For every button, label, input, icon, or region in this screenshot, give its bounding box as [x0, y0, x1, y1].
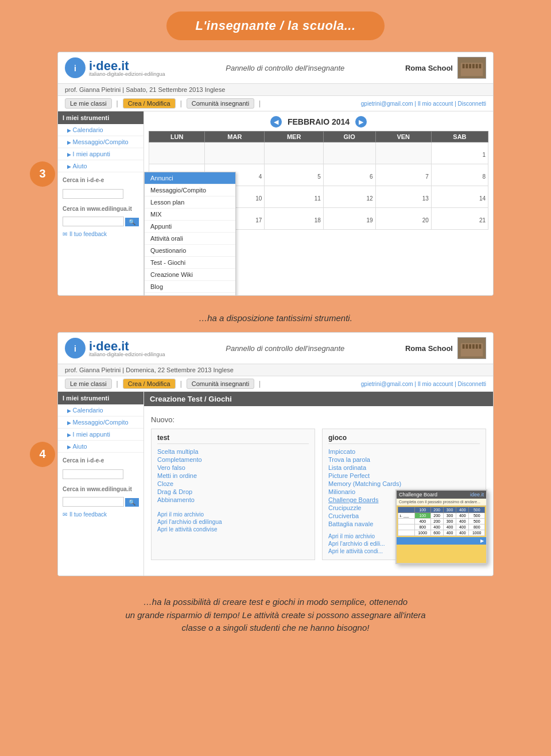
sidebar-item-calendario[interactable]: Calendario — [58, 124, 143, 136]
test-item-7[interactable]: Abbinamento — [157, 496, 309, 504]
svg-rect-17 — [469, 344, 471, 349]
screenshot4-header: i i·dee.it italiano-digitale-edizioni-ed… — [58, 333, 493, 364]
test-item-1[interactable]: Scelta multipla — [157, 448, 309, 456]
sidebar-item-aiuto[interactable]: Aiuto — [58, 160, 143, 172]
game-cell: 400 — [456, 519, 469, 524]
panel-title: Pannello di controllo dell'insegnante — [226, 64, 344, 72]
sidebar-item-appunti[interactable]: I miei appunti — [58, 148, 143, 160]
game-cell: 400 — [443, 524, 456, 530]
account-links-4[interactable]: gpietrini@gmail.com | Il mio account | D… — [361, 381, 486, 387]
search-web-input-4[interactable] — [63, 497, 124, 507]
community-btn[interactable]: Comunità insegnanti — [187, 98, 254, 109]
nav-sep-2: | — [180, 99, 182, 107]
test-item-4[interactable]: Metti in ordine — [157, 472, 309, 480]
page-header: L'insegnante / la scuola... — [11, 11, 540, 40]
svg-rect-9 — [479, 64, 481, 68]
svg-rect-4 — [463, 64, 465, 68]
game-grid-table: 100 200 300 400 500 1. ___ 100 200 300 — [398, 507, 485, 536]
cal-cell: 18 — [265, 208, 323, 230]
cal-cell: 5 — [265, 164, 323, 186]
test-action-2[interactable]: Apri l'archivio di edilingua — [157, 518, 309, 526]
dropdown-item-messaggio[interactable]: Messaggio/Compito — [145, 184, 235, 196]
dropdown-item-questionario[interactable]: Questionario — [145, 245, 235, 257]
sidebar-item-calendario-4[interactable]: Calendario — [58, 404, 143, 416]
cal-cell: 14 — [431, 186, 488, 208]
logo-text-area: i·dee.it italiano-digitale-edizioni-edil… — [89, 59, 165, 77]
game-cell: 500 — [469, 513, 485, 519]
my-classes-btn-4[interactable]: Le mie classi — [65, 379, 112, 389]
search-web-button[interactable]: 🔍 — [125, 218, 139, 226]
feedback-icon-4: ✉ — [63, 511, 67, 518]
cal-cell: 11 — [265, 186, 323, 208]
dropdown-item-wiki[interactable]: Creazione Wiki — [145, 269, 235, 281]
svg-rect-5 — [465, 64, 468, 68]
dropdown-item-lessonplan[interactable]: Lesson plan — [145, 196, 235, 209]
game-item-1[interactable]: Impiccato — [328, 448, 480, 456]
game-board-footer[interactable]: ▶ — [397, 537, 486, 545]
svg-rect-7 — [472, 64, 475, 68]
dropdown-item-archivio[interactable]: Archivio materiali — [145, 293, 235, 296]
my-classes-btn[interactable]: Le mie classi — [65, 98, 112, 109]
test-item-2[interactable]: Completamento — [157, 456, 309, 464]
nav-left-4: Le mie classi | Crea / Modifica | Comuni… — [65, 379, 263, 389]
sidebar-3: I miei strumenti Calendario Messaggio/Co… — [58, 111, 144, 295]
cal-next-btn[interactable]: ▶ — [355, 116, 367, 128]
dropdown-item-test[interactable]: Test - Giochi — [145, 257, 235, 269]
nav-sep-4a: | — [117, 380, 118, 388]
header-right-4: Roma School — [405, 337, 486, 359]
sidebar-item-aiuto-4[interactable]: Aiuto — [58, 441, 143, 453]
game-cell: 800 — [415, 524, 431, 530]
game-cell: 600 — [430, 530, 443, 536]
game-cell: 300 — [443, 519, 456, 524]
svg-text:i: i — [74, 64, 76, 73]
dropdown-item-annunci[interactable]: Annunci — [145, 172, 235, 184]
test-item-5[interactable]: Cloze — [157, 480, 309, 488]
cal-prev-btn[interactable]: ◀ — [270, 116, 282, 128]
feedback-link[interactable]: ✉ Il tuo feedback — [58, 229, 143, 240]
colosseum-image-4 — [457, 337, 486, 359]
game-item-2[interactable]: Trova la parola — [328, 456, 480, 464]
logo-text-area-4: i·dee.it italiano-digitale-edizioni-edil… — [89, 339, 165, 357]
logo-area-4: i i·dee.it italiano-digitale-edizioni-ed… — [65, 338, 165, 358]
search-web-input[interactable] — [63, 217, 124, 226]
dropdown-item-appunti[interactable]: Appunti — [145, 221, 235, 233]
game-item-3[interactable]: Lista ordinata — [328, 464, 480, 472]
dropdown-item-blog[interactable]: Blog — [145, 281, 235, 293]
search-idee-input[interactable] — [63, 189, 123, 199]
game-cell: 1000 — [469, 530, 485, 536]
game-board-title: Challenge Board — [399, 492, 437, 497]
game-header-cell — [398, 507, 415, 513]
sidebar-item-messaggio-4[interactable]: Messaggio/Compito — [58, 416, 143, 429]
game-item-4[interactable]: Picture Perfect — [328, 472, 480, 480]
game-cell: 400 — [456, 524, 469, 530]
svg-rect-19 — [476, 344, 478, 349]
test-actions: Apri il mio archivio Apri l'archivio di … — [157, 511, 309, 533]
game-item-5[interactable]: Memory (Matching Cards) — [328, 480, 480, 488]
teacher-info: prof. Gianna Pietrini | Sabato, 21 Sette… — [65, 86, 225, 93]
feedback-icon: ✉ — [63, 231, 67, 237]
dropdown-item-mix[interactable]: MIX — [145, 209, 235, 221]
community-btn-4[interactable]: Comunità insegnanti — [187, 379, 254, 389]
sidebar-item-messaggio[interactable]: Messaggio/Compito — [58, 136, 143, 148]
search-idee-label: Cerca in i-d-e-e — [58, 172, 143, 186]
svg-rect-21 — [461, 353, 483, 357]
dropdown-item-attivita[interactable]: Attività orali — [145, 233, 235, 245]
sidebar-item-appunti-4[interactable]: I miei appunti — [58, 429, 143, 441]
game-cell: 300 — [443, 513, 456, 519]
game-cell: 400 — [443, 530, 456, 536]
game-cell: 400 — [415, 519, 431, 524]
school-name: Roma School — [405, 64, 453, 72]
test-action-1[interactable]: Apri il mio archivio — [157, 511, 309, 518]
game-row-label — [398, 524, 415, 530]
cal-header-lun: LUN — [149, 132, 205, 142]
search-idee-input-4[interactable] — [63, 469, 123, 479]
account-links[interactable]: gpietrini@gmail.com | Il mio account | D… — [361, 101, 486, 107]
search-web-button-4[interactable]: 🔍 — [125, 498, 139, 507]
create-btn-4[interactable]: Crea / Modifica — [123, 379, 176, 389]
test-action-3[interactable]: Apri le attività condivise — [157, 526, 309, 533]
teacher-bar-4: prof. Gianna Pietrini | Domenica, 22 Set… — [58, 364, 493, 376]
test-item-6[interactable]: Drag & Drop — [157, 488, 309, 496]
feedback-link-4[interactable]: ✉ Il tuo feedback — [58, 509, 143, 520]
create-btn[interactable]: Crea / Modifica — [123, 98, 176, 109]
test-item-3[interactable]: Vero falso — [157, 464, 309, 472]
